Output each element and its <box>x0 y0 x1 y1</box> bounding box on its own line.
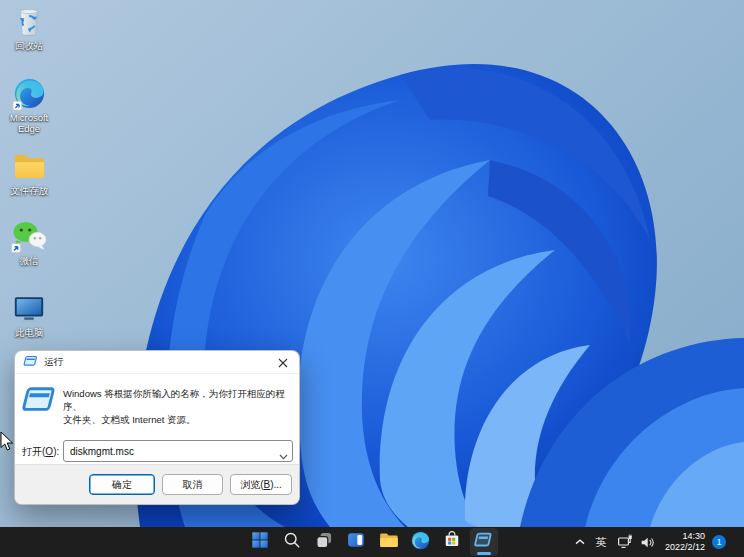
taskbar-clock[interactable]: 14:30 2022/2/12 <box>665 531 705 553</box>
desktop-icon-label: Microsoft Edge <box>1 112 57 134</box>
ok-button[interactable]: 确定 <box>89 474 155 495</box>
windows-start-icon <box>250 530 270 554</box>
task-view-icon <box>314 530 334 554</box>
active-app-indicator <box>477 552 491 555</box>
run-command-input[interactable] <box>63 440 293 462</box>
desktop-icon-this-pc[interactable]: 此电脑 <box>0 291 58 338</box>
taskbar: 英 14:30 2022/2/12 <box>0 527 744 557</box>
taskbar-file-explorer-button[interactable] <box>374 528 402 556</box>
folder-icon <box>11 149 47 183</box>
run-dialog-title: 运行 <box>44 356 63 369</box>
file-explorer-icon <box>378 530 399 555</box>
run-window-icon <box>23 353 38 371</box>
taskbar-start-button[interactable] <box>246 528 274 556</box>
edge-icon <box>11 76 47 110</box>
widgets-icon <box>346 530 366 554</box>
search-icon <box>282 530 302 554</box>
mouse-cursor <box>0 431 14 452</box>
browse-button[interactable]: 浏览(B)... <box>230 474 292 495</box>
run-window-icon <box>473 530 495 554</box>
tray-hidden-icons-chevron[interactable] <box>571 528 589 556</box>
run-dialog-titlebar[interactable]: 运行 <box>15 351 299 374</box>
run-window-icon-large <box>21 386 57 417</box>
desktop-icon-microsoft-edge[interactable]: Microsoft Edge <box>0 76 58 134</box>
desktop-icon-label: 回收站 <box>15 40 44 51</box>
clock-time: 14:30 <box>665 531 705 542</box>
desktop-icon-label: 文件存放 <box>10 185 48 196</box>
ime-language-indicator[interactable]: 英 <box>589 528 613 556</box>
run-dialog: 运行 Windows 将根据你所输入的名称，为你打开相应的程序、 文件夹、文档或… <box>14 350 300 505</box>
taskbar-search-button[interactable] <box>278 528 306 556</box>
taskbar-edge-button[interactable] <box>406 528 434 556</box>
notification-badge[interactable]: 1 <box>712 535 726 549</box>
desktop-icon-label: 微信 <box>20 255 39 266</box>
desktop-icon-wechat[interactable]: 微信 <box>0 219 58 266</box>
taskbar-task-view-button[interactable] <box>310 528 338 556</box>
desktop-icon-recycle-bin[interactable]: 回收站 <box>0 4 58 51</box>
volume-icon[interactable] <box>637 528 659 556</box>
open-label: 打开(O): <box>22 445 59 459</box>
run-dialog-body: Windows 将根据你所输入的名称，为你打开相应的程序、 文件夹、文档或 In… <box>15 374 299 465</box>
desktop-icon-file-folder[interactable]: 文件存放 <box>0 149 58 196</box>
cancel-button[interactable]: 取消 <box>162 474 223 495</box>
clock-date: 2022/2/12 <box>665 542 705 553</box>
taskbar-store-button[interactable] <box>438 528 466 556</box>
taskbar-run-app-button[interactable] <box>470 528 498 556</box>
close-icon[interactable] <box>276 356 290 370</box>
windows-desktop: 回收站 Microsoft Edge 文件存放 <box>0 0 744 557</box>
edge-icon <box>410 530 431 555</box>
run-dialog-description: Windows 将根据你所输入的名称，为你打开相应的程序、 文件夹、文档或 In… <box>63 387 297 426</box>
network-icon[interactable] <box>613 528 637 556</box>
microsoft-store-icon <box>442 530 462 554</box>
taskbar-widgets-button[interactable] <box>342 528 370 556</box>
run-dialog-footer: 确定 取消 浏览(B)... <box>15 464 299 504</box>
wechat-icon <box>11 219 47 253</box>
desktop-icon-label: 此电脑 <box>15 327 44 338</box>
recycle-bin-icon <box>11 4 47 38</box>
combobox-chevron-down-icon[interactable] <box>279 446 288 464</box>
this-pc-icon <box>11 291 47 325</box>
